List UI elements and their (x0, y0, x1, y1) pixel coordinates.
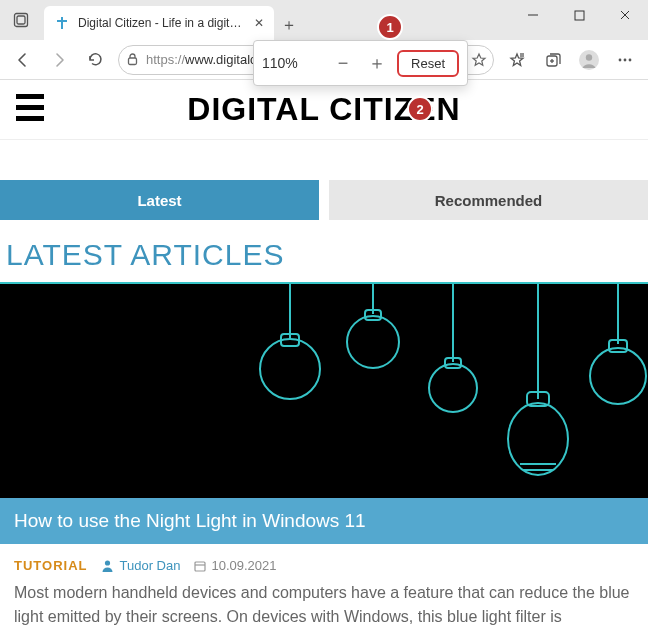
site-header: DIGITAL CITIZEN (0, 80, 648, 140)
annotation-badge-2: 2 (407, 96, 433, 122)
collections-button[interactable] (536, 44, 570, 76)
person-icon (101, 559, 114, 572)
zoom-out-button[interactable]: − (329, 49, 357, 77)
content-tabs: Latest Recommended (0, 180, 648, 220)
tab-actions-left (0, 0, 42, 40)
zoom-in-button[interactable]: ＋ (363, 49, 391, 77)
hamburger-menu-button[interactable] (16, 94, 44, 121)
svg-rect-3 (575, 11, 584, 20)
zoom-percent: 110% (262, 55, 312, 71)
window-close-button[interactable] (602, 0, 648, 30)
favorites-button[interactable] (500, 44, 534, 76)
tab-title: Digital Citizen - Life in a digital w (78, 16, 246, 30)
browser-title-bar: Digital Citizen - Life in a digital w ✕ … (0, 0, 648, 40)
tab-close-icon[interactable]: ✕ (254, 16, 264, 30)
tab-latest[interactable]: Latest (0, 180, 319, 220)
site-info-icon[interactable] (125, 52, 140, 67)
window-maximize-button[interactable] (556, 0, 602, 30)
article-date: 10.09.2021 (194, 558, 276, 573)
calendar-icon (194, 560, 206, 572)
back-button[interactable] (6, 44, 40, 76)
window-controls (510, 0, 648, 30)
forward-button[interactable] (42, 44, 76, 76)
svg-rect-19 (0, 284, 648, 498)
svg-rect-1 (17, 16, 25, 24)
svg-point-17 (624, 58, 627, 61)
menu-button[interactable] (608, 44, 642, 76)
site-favicon (54, 15, 70, 31)
window-minimize-button[interactable] (510, 0, 556, 30)
svg-point-15 (586, 54, 592, 60)
svg-point-16 (619, 58, 622, 61)
tab-actions-button[interactable] (6, 5, 36, 35)
browser-tab[interactable]: Digital Citizen - Life in a digital w ✕ (44, 6, 274, 40)
article-author[interactable]: Tudor Dan (101, 558, 180, 573)
article-meta: TUTORIAL Tudor Dan 10.09.2021 (0, 544, 648, 581)
svg-rect-4 (129, 58, 137, 65)
article-title[interactable]: How to use the Night Light in Windows 11 (0, 498, 648, 544)
zoom-popup: 110% − ＋ Reset (253, 40, 468, 86)
article-hero-image[interactable] (0, 282, 648, 498)
new-tab-button[interactable]: ＋ (274, 10, 304, 40)
annotation-badge-1: 1 (377, 14, 403, 40)
svg-point-18 (629, 58, 632, 61)
zoom-reset-button[interactable]: Reset (397, 50, 459, 77)
refresh-button[interactable] (78, 44, 112, 76)
profile-button[interactable] (572, 44, 606, 76)
article-category[interactable]: TUTORIAL (14, 558, 87, 573)
page-content: DIGITAL CITIZEN Latest Recommended LATES… (0, 80, 648, 629)
svg-point-37 (105, 560, 110, 565)
tab-recommended[interactable]: Recommended (329, 180, 648, 220)
favorite-star-icon[interactable] (471, 52, 487, 68)
section-heading: LATEST ARTICLES (6, 238, 648, 272)
article-excerpt: Most modern handheld devices and compute… (0, 581, 648, 629)
svg-rect-38 (195, 562, 205, 571)
